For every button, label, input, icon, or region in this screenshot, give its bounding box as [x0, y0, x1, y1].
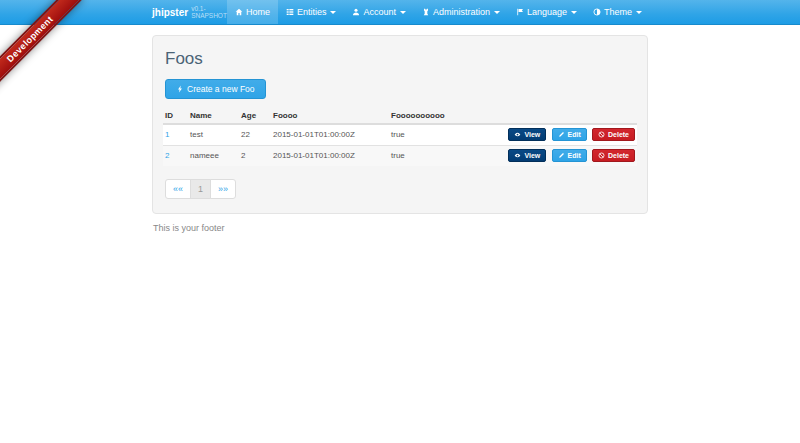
eye-icon	[514, 131, 521, 138]
col-header-foooooooooo: Foooooooooo	[389, 108, 479, 124]
cell-foooooooooo: true	[389, 145, 479, 166]
delete-button-label: Delete	[608, 131, 629, 138]
cell-foooooooooo: true	[389, 124, 479, 145]
tower-icon	[422, 8, 430, 16]
chevron-down-icon	[400, 11, 406, 14]
row-id-link[interactable]: 2	[165, 151, 169, 160]
pagination-first[interactable]: ««	[165, 179, 191, 199]
foo-table: ID Name Age Foooo Foooooooooo 1 test 22 …	[163, 108, 637, 166]
col-header-age: Age	[239, 108, 271, 124]
list-icon	[286, 8, 294, 16]
nav-item-label: Administration	[433, 7, 490, 17]
pagination-last[interactable]: »»	[210, 179, 236, 199]
pencil-icon	[558, 152, 565, 159]
cell-name: test	[188, 124, 239, 145]
delete-button[interactable]: Delete	[592, 149, 635, 162]
col-header-actions	[479, 108, 637, 124]
edit-button-label: Edit	[568, 131, 581, 138]
delete-button-label: Delete	[608, 152, 629, 159]
adjust-icon	[593, 8, 601, 16]
pagination: «« 1 »»	[165, 179, 236, 199]
cell-actions: View Edit Delete	[479, 124, 637, 145]
chevron-down-icon	[636, 11, 642, 14]
create-foo-label: Create a new Foo	[187, 84, 255, 94]
nav-item-administration[interactable]: Administration	[414, 0, 508, 24]
cell-actions: View Edit Delete	[479, 145, 637, 166]
flag-icon	[516, 8, 524, 16]
home-icon	[235, 8, 243, 16]
table-row: 2 nameee 2 2015-01-01T01:00:00Z true Vie…	[163, 145, 637, 166]
edit-button[interactable]: Edit	[552, 149, 587, 162]
brand-version: v0.1-SNAPSHOT	[191, 5, 227, 19]
view-button[interactable]: View	[508, 149, 546, 162]
table-header-row: ID Name Age Foooo Foooooooooo	[163, 108, 637, 124]
top-navbar: jhipster v0.1-SNAPSHOT Home Entities	[0, 0, 800, 25]
content-panel: Foos Create a new Foo ID Name Age Foooo …	[152, 35, 648, 214]
footer-text: This is your footer	[152, 223, 648, 233]
cell-age: 2	[239, 145, 271, 166]
create-foo-button[interactable]: Create a new Foo	[165, 79, 266, 99]
view-button[interactable]: View	[508, 128, 546, 141]
chevron-down-icon	[494, 11, 500, 14]
nav-item-language[interactable]: Language	[508, 0, 585, 24]
col-header-id: ID	[163, 108, 188, 124]
col-header-foooo: Foooo	[271, 108, 389, 124]
col-header-name: Name	[188, 108, 239, 124]
brand-name: jhipster	[152, 7, 188, 18]
cell-name: nameee	[188, 145, 239, 166]
pencil-icon	[558, 131, 565, 138]
page-title: Foos	[165, 49, 637, 69]
eye-icon	[514, 152, 521, 159]
chevron-down-icon	[571, 11, 577, 14]
nav-item-entities[interactable]: Entities	[278, 0, 345, 24]
nav-item-label: Language	[527, 7, 567, 17]
edit-button[interactable]: Edit	[552, 128, 587, 141]
cell-foooo: 2015-01-01T01:00:00Z	[271, 124, 389, 145]
view-button-label: View	[524, 131, 540, 138]
chevron-down-icon	[330, 11, 336, 14]
flash-icon	[176, 85, 184, 93]
row-id-link[interactable]: 1	[165, 130, 169, 139]
user-icon	[352, 8, 360, 16]
ban-circle-icon	[598, 131, 605, 138]
nav-item-label: Entities	[297, 7, 327, 17]
delete-button[interactable]: Delete	[592, 128, 635, 141]
cell-foooo: 2015-01-01T01:00:00Z	[271, 145, 389, 166]
brand-link[interactable]: jhipster v0.1-SNAPSHOT	[152, 0, 227, 24]
ban-circle-icon	[598, 152, 605, 159]
nav-item-theme[interactable]: Theme	[585, 0, 650, 24]
pagination-page-1[interactable]: 1	[190, 179, 211, 199]
view-button-label: View	[524, 152, 540, 159]
nav-item-label: Theme	[604, 7, 632, 17]
edit-button-label: Edit	[568, 152, 581, 159]
nav-item-home[interactable]: Home	[227, 0, 278, 24]
nav-menu: Home Entities Account Adminis	[227, 0, 650, 24]
table-row: 1 test 22 2015-01-01T01:00:00Z true View	[163, 124, 637, 145]
nav-item-label: Home	[246, 7, 270, 17]
nav-item-label: Account	[363, 7, 396, 17]
nav-item-account[interactable]: Account	[344, 0, 414, 24]
cell-age: 22	[239, 124, 271, 145]
